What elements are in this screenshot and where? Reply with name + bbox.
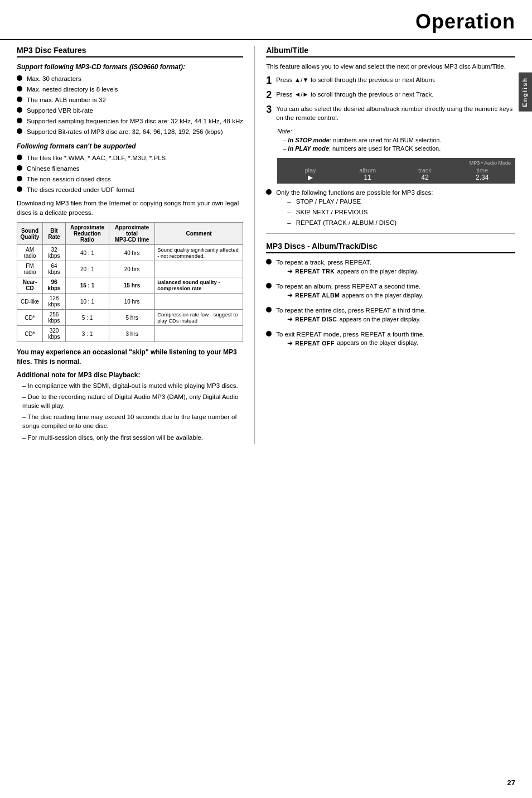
list-item: Supported sampling frequencies for MP3 d… <box>17 117 243 126</box>
player-col-play: play <box>282 167 339 174</box>
bullet-icon <box>266 283 272 289</box>
list-item: To exit REPEAT mode, press REPEAT a four… <box>266 330 515 350</box>
bullet-icon <box>17 155 22 160</box>
list-item: Only the following functions are possibl… <box>266 188 515 229</box>
table-row: CD-like 128 kbps 10 : 1 10 hrs <box>17 294 243 310</box>
divider <box>266 233 515 234</box>
bullet-icon <box>266 259 272 265</box>
player-val-play: ▶ <box>282 174 339 181</box>
table-cell-bitrate: 64 kbps <box>42 261 65 277</box>
table-row: Near-CD 96 kbps 15 : 1 15 hrs Balanced s… <box>17 277 243 294</box>
table-cell-quality: AM radio <box>17 245 43 261</box>
table-header-ratio: ApproximateReduction Ratio <box>66 223 109 245</box>
list-item-text: Supported sampling frequencies for MP3 d… <box>27 117 243 126</box>
repeat-item: To repeat a track, press REPEAT. ➜ REPEA… <box>276 258 418 278</box>
player-header-row: play album track time <box>282 167 511 174</box>
repeat-item: To exit REPEAT mode, press REPEAT a four… <box>276 330 424 350</box>
list-item-text: The files like *.WMA, *.AAC, *.DLF, *.M3… <box>27 153 166 162</box>
additional-note-line-3: – For multi-session discs, only the firs… <box>22 433 243 442</box>
table-cell-ratio: 40 : 1 <box>66 245 109 261</box>
table-cell-time: 10 hrs <box>109 294 154 310</box>
list-item: Supported VBR bit-rate <box>17 106 243 115</box>
list-item: To repeat a track, press REPEAT. ➜ REPEA… <box>266 258 515 278</box>
step-text: Press ◄/► to scroll through the previous… <box>276 90 433 100</box>
page-title: Operation <box>415 10 515 33</box>
bullet-icon <box>17 75 22 81</box>
table-cell-quality: FM radio <box>17 261 43 277</box>
table-cell-comment <box>155 294 243 310</box>
func-item-repeat: – REPEAT (TRACK / ALBUM / DISC) <box>287 218 433 227</box>
table-cell-time: 15 hrs <box>109 277 154 294</box>
disc-section-title: MP3 Discs - Album/Track/Disc <box>266 242 515 253</box>
album-intro: This feature allows you to view and sele… <box>266 62 515 71</box>
table-cell-ratio: 3 : 1 <box>66 326 109 342</box>
bullet-icon <box>17 186 22 192</box>
table-row: CD* 320 kbps 3 : 1 3 hrs <box>17 326 243 342</box>
table-cell-time: 20 hrs <box>109 261 154 277</box>
list-item-text: The max. ALB number is 32 <box>27 95 106 104</box>
func-item-skip: – SKIP NEXT / PREVIOUS <box>287 208 433 217</box>
arrow-icon: ➜ <box>287 339 293 348</box>
arrow-icon: ➜ <box>287 291 293 300</box>
list-item: The discs recorded under UDF format <box>17 185 243 194</box>
language-tab: English <box>519 73 532 112</box>
table-cell-quality: Near-CD <box>17 277 43 294</box>
table-cell-ratio: 15 : 1 <box>66 277 109 294</box>
step-number: 3 <box>266 104 272 122</box>
player-value-row: ▶ 11 42 2.34 <box>282 174 511 181</box>
bullet-icon <box>17 165 22 171</box>
bullet-icon <box>17 97 22 102</box>
right-column: Album/Title This feature allows you to v… <box>255 46 515 444</box>
player-col-album: album <box>339 167 396 174</box>
bullet-icon <box>17 86 22 92</box>
player-val-track: 42 <box>396 174 454 181</box>
page-number: 27 <box>507 778 515 787</box>
list-item-text: The discs recorded under UDF format <box>27 185 134 194</box>
step-3: 3 You can also select the desired album/… <box>266 104 515 122</box>
list-item: Supported Bit-rates of MP3 disc are: 32,… <box>17 127 243 136</box>
func-item-stop: – STOP / PLAY / PAUSE <box>287 197 433 206</box>
table-cell-ratio: 5 : 1 <box>66 310 109 326</box>
player-val-album: 11 <box>339 174 396 181</box>
mp3-table: SoundQuality Bit Rate ApproximateReducti… <box>17 222 243 342</box>
functions-list: – STOP / PLAY / PAUSE – SKIP NEXT / PREV… <box>287 197 433 227</box>
arrow-icon: ➜ <box>287 267 293 276</box>
download-note: Downloading MP3 files from the Internet … <box>17 199 243 218</box>
list-item-text: Supported VBR bit-rate <box>27 106 93 115</box>
repeat-disc-line: ➜ REPEAT DISC appears on the player disp… <box>287 315 426 324</box>
player-display: MP3 • Audio Mode play album track time ▶… <box>277 158 515 184</box>
list-item-text: Max. nested directory is 8 levels <box>27 85 118 94</box>
note-play-mode: – In PLAY mode: numbers are used for TRA… <box>283 145 515 153</box>
note-box: Note: – In STOP mode: numbers are used f… <box>277 127 515 153</box>
table-cell-bitrate: 256 kbps <box>42 310 65 326</box>
list-item: The max. ALB number is 32 <box>17 95 243 104</box>
arrow-icon: ➜ <box>287 315 293 324</box>
table-row: FM radio 64 kbps 20 : 1 20 hrs <box>17 261 243 277</box>
bullet-icon <box>17 176 22 181</box>
functions-intro-item: Only the following functions are possibl… <box>266 188 515 229</box>
table-cell-ratio: 10 : 1 <box>66 294 109 310</box>
player-mode-label: MP3 • Audio Mode <box>282 160 511 166</box>
list-item-text: Max. 30 characters <box>27 74 81 83</box>
table-cell-time: 40 hrs <box>109 245 154 261</box>
repeat-albm-line: ➜ REPEAT ALBM appears on the player disp… <box>287 291 423 300</box>
supported-formats-list: Max. 30 characters Max. nested directory… <box>17 74 243 137</box>
table-cell-bitrate: 96 kbps <box>42 277 65 294</box>
left-column: MP3 Disc Features Support following MP3-… <box>17 46 255 444</box>
bullet-icon <box>17 118 22 123</box>
table-cell-bitrate: 128 kbps <box>42 294 65 310</box>
list-item-text: Chinese filenames <box>27 164 80 173</box>
main-content: MP3 Disc Features Support following MP3-… <box>0 40 532 450</box>
bullet-icon <box>17 128 22 134</box>
list-item: Max. 30 characters <box>17 74 243 83</box>
note-stop-mode: – In STOP mode: numbers are used for ALB… <box>283 136 515 145</box>
repeat-list: To repeat a track, press REPEAT. ➜ REPEA… <box>266 258 515 350</box>
table-cell-bitrate: 320 kbps <box>42 326 65 342</box>
table-cell-comment: Sound quality significantly affected - n… <box>155 245 243 261</box>
bullet-icon <box>266 307 272 313</box>
skip-note: You may experience an occasional "skip" … <box>17 348 243 367</box>
list-item: To repeat the entire disc, press REPEAT … <box>266 306 515 326</box>
list-item: To repeat an album, press REPEAT a secon… <box>266 282 515 302</box>
step-number: 2 <box>266 90 272 100</box>
note-label: Note: <box>277 127 515 136</box>
